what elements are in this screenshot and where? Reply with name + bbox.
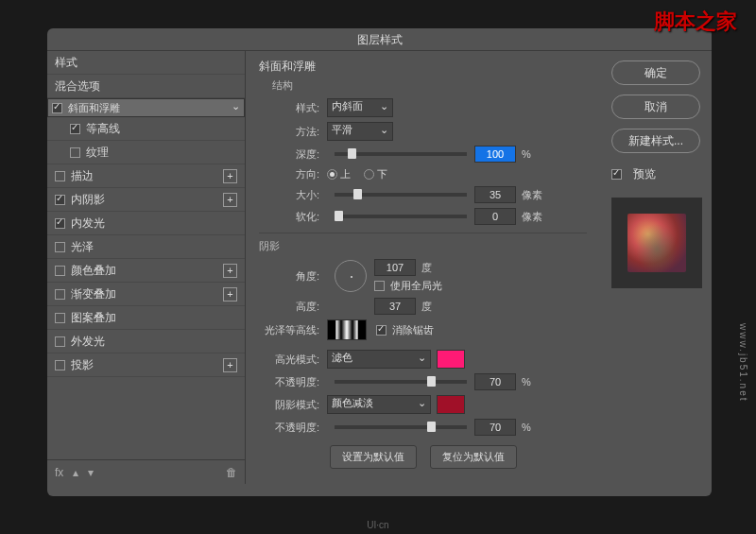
fx-icon[interactable]: fx — [55, 466, 63, 479]
panel-heading: 斜面和浮雕 — [259, 59, 587, 75]
effect-label: 颜色叠加 — [71, 263, 223, 279]
style-label: 样式: — [259, 101, 327, 115]
make-default-button[interactable]: 设置为默认值 — [330, 445, 417, 469]
effect-row-12[interactable]: 外发光 — [47, 330, 245, 353]
highlight-opacity-label: 不透明度: — [259, 375, 327, 389]
style-select[interactable]: 内斜面 — [327, 98, 393, 117]
technique-label: 方法: — [259, 125, 327, 139]
gloss-contour-label: 光泽等高线: — [259, 323, 327, 337]
shadow-opacity-input[interactable] — [474, 419, 516, 436]
percent-unit: % — [522, 422, 531, 433]
shadow-color-swatch[interactable] — [437, 395, 465, 414]
shadow-opacity-slider[interactable] — [335, 425, 467, 429]
down-label: 下 — [377, 167, 387, 181]
effect-checkbox[interactable] — [55, 289, 65, 300]
watermark-url: www.jb51.net — [738, 323, 748, 402]
add-effect-icon[interactable]: + — [223, 264, 237, 278]
effect-checkbox[interactable] — [55, 195, 65, 205]
size-slider[interactable] — [335, 193, 467, 197]
effect-row-2[interactable]: 斜面和浮雕 — [47, 98, 245, 117]
preview-checkbox[interactable] — [611, 169, 622, 180]
arrow-up-icon[interactable]: ▴ — [73, 466, 78, 479]
depth-slider[interactable] — [335, 152, 467, 156]
effect-row-7[interactable]: 内发光 — [47, 212, 245, 235]
trash-icon[interactable]: 🗑 — [226, 466, 237, 479]
soften-slider[interactable] — [335, 215, 467, 218]
add-effect-icon[interactable]: + — [223, 193, 237, 207]
effect-label: 纹理 — [86, 145, 237, 161]
effect-checkbox[interactable] — [70, 124, 80, 134]
arrow-down-icon[interactable]: ▾ — [88, 466, 94, 479]
up-label: 上 — [340, 167, 351, 181]
highlight-opacity-input[interactable] — [474, 373, 516, 390]
effect-row-5[interactable]: 描边+ — [47, 164, 245, 188]
effect-row-11[interactable]: 图案叠加 — [47, 306, 245, 330]
altitude-input[interactable] — [374, 298, 416, 315]
angle-wheel[interactable] — [335, 260, 367, 292]
shadow-opacity-label: 不透明度: — [259, 421, 327, 435]
reset-default-button[interactable]: 复位为默认值 — [430, 445, 517, 469]
altitude-label: 高度: — [259, 300, 327, 314]
angle-label: 角度: — [259, 269, 327, 284]
highlight-mode-select[interactable]: 滤色 — [327, 350, 431, 369]
shadow-mode-label: 阴影模式: — [259, 398, 327, 412]
effect-checkbox[interactable] — [55, 218, 65, 229]
effect-checkbox[interactable] — [55, 336, 65, 347]
direction-label: 方向: — [259, 167, 327, 181]
new-style-button[interactable]: 新建样式... — [611, 129, 700, 153]
cancel-button[interactable]: 取消 — [611, 95, 700, 119]
ok-button[interactable]: 确定 — [611, 60, 700, 85]
effect-row-13[interactable]: 投影+ — [47, 353, 245, 377]
gloss-contour-select[interactable] — [327, 319, 367, 340]
highlight-opacity-slider[interactable] — [335, 380, 467, 384]
effects-list: 样式混合选项斜面和浮雕等高线纹理描边+内阴影+内发光光泽颜色叠加+渐变叠加+图案… — [47, 51, 245, 459]
depth-input[interactable] — [474, 146, 516, 163]
effect-checkbox[interactable] — [70, 147, 80, 158]
sidebar-footer: fx ▴ ▾ 🗑 — [47, 459, 245, 484]
add-effect-icon[interactable]: + — [223, 287, 237, 301]
highlight-mode-label: 高光模式: — [259, 353, 327, 367]
effect-label: 投影 — [71, 357, 223, 373]
effect-checkbox[interactable] — [52, 103, 62, 113]
effect-row-4[interactable]: 纹理 — [47, 141, 245, 164]
settings-panel: 斜面和浮雕 结构 样式:内斜面 方法:平滑 深度:% 方向:上下 大小:像素 软… — [246, 51, 600, 484]
pixel-unit: 像素 — [522, 210, 542, 224]
action-panel: 确定 取消 新建样式... 预览 — [600, 51, 712, 484]
effect-label: 内发光 — [71, 215, 237, 232]
ui-cn-logo: UI·cn — [367, 520, 388, 530]
dialog-title: 图层样式 — [47, 28, 712, 51]
effect-row-0[interactable]: 样式 — [47, 51, 245, 75]
effect-label: 外发光 — [71, 334, 237, 350]
effect-checkbox[interactable] — [55, 313, 65, 323]
add-effect-icon[interactable]: + — [223, 358, 237, 372]
effect-row-3[interactable]: 等高线 — [47, 117, 245, 141]
preview-box — [611, 198, 702, 288]
size-input[interactable] — [474, 186, 516, 203]
effect-row-9[interactable]: 颜色叠加+ — [47, 259, 245, 283]
add-effect-icon[interactable]: + — [223, 169, 237, 183]
effect-row-10[interactable]: 渐变叠加+ — [47, 283, 245, 306]
effect-row-6[interactable]: 内阴影+ — [47, 188, 245, 212]
effect-label: 斜面和浮雕 — [68, 101, 240, 115]
effect-row-1[interactable]: 混合选项 — [47, 75, 245, 98]
angle-input[interactable] — [374, 259, 416, 276]
soften-input[interactable] — [474, 208, 516, 225]
layer-style-dialog: 图层样式 样式混合选项斜面和浮雕等高线纹理描边+内阴影+内发光光泽颜色叠加+渐变… — [47, 28, 712, 496]
effect-checkbox[interactable] — [55, 242, 65, 252]
effect-checkbox[interactable] — [55, 266, 65, 276]
effect-checkbox[interactable] — [55, 360, 65, 370]
technique-select[interactable]: 平滑 — [327, 122, 393, 141]
highlight-color-swatch[interactable] — [437, 350, 465, 369]
antialias-checkbox[interactable] — [376, 325, 387, 336]
direction-up-radio[interactable] — [327, 169, 337, 180]
degree-unit: 度 — [421, 300, 432, 314]
effect-label: 等高线 — [86, 121, 237, 137]
shadow-mode-select[interactable]: 颜色减淡 — [327, 395, 431, 414]
global-light-checkbox[interactable] — [374, 281, 385, 291]
percent-unit: % — [522, 376, 531, 388]
depth-label: 深度: — [259, 147, 327, 162]
direction-down-radio[interactable] — [364, 169, 374, 180]
effect-label: 描边 — [71, 168, 223, 184]
effect-row-8[interactable]: 光泽 — [47, 235, 245, 259]
effect-checkbox[interactable] — [55, 171, 65, 181]
